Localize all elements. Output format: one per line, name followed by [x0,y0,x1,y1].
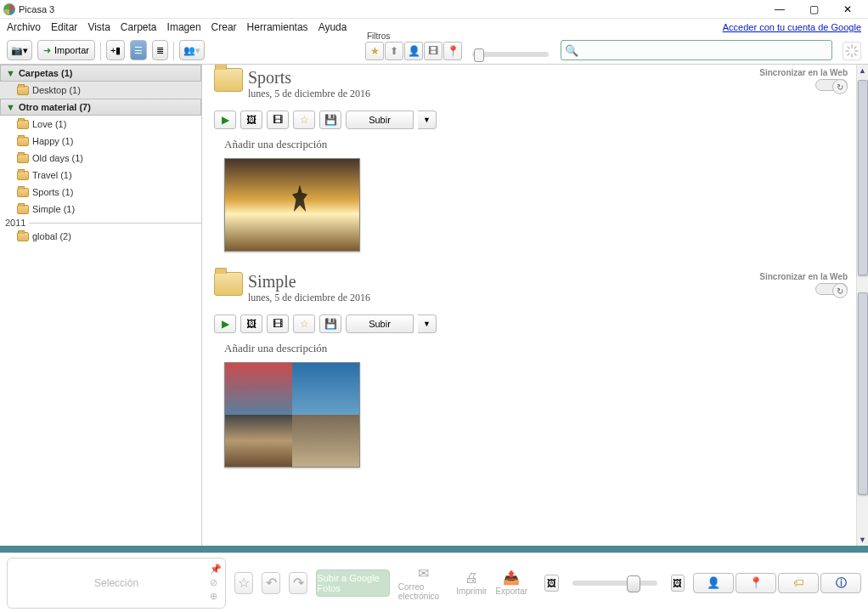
movie-button[interactable]: 🎞 [267,314,289,333]
sidebar-item-love[interactable]: Love (1) [0,116,201,133]
pin-icon[interactable]: 📌 [210,564,222,575]
menu-imagen[interactable]: Imagen [167,21,201,33]
play-slideshow-button[interactable]: ▶ [214,110,236,129]
filter-star-icon[interactable]: ★ [365,42,384,60]
sync-toggle[interactable] [815,283,848,295]
add-folder-button[interactable]: +▮ [106,40,125,60]
sidebar-item-label: Sports (1) [32,187,73,197]
zoom-small-icon[interactable]: 🖼 [544,575,558,592]
sidebar-splitter[interactable] [199,65,201,546]
google-login-link[interactable]: Acceder con tu cuenta de Google [723,22,861,32]
menu-archivo[interactable]: Archivo [7,21,41,33]
svg-line-7 [848,54,849,55]
sidebar-header-carpetas[interactable]: ▼ Carpetas (1) [0,65,201,82]
import-arrow-icon: ➜ [43,45,51,56]
menu-editar[interactable]: Editar [51,21,77,33]
export-icon: 📤 [503,570,520,586]
star-button[interactable]: ☆ [293,110,315,129]
rotate-left-button[interactable]: ↶ [262,572,280,594]
collage-button[interactable]: 🖼 [240,110,262,129]
album-date: lunes, 5 de diciembre de 2016 [248,88,370,100]
upload-button[interactable]: Subir [346,314,414,333]
bottom-bar: Selección 📌 ⊘ ⊕ ☆ ↶ ↷ Subir a Google Fot… [0,552,868,612]
sidebar-item-sports[interactable]: Sports (1) [0,184,201,201]
menu-crear[interactable]: Crear [211,21,237,33]
tags-panel-button[interactable]: 🏷 [778,573,819,593]
sync-toggle[interactable] [815,79,848,91]
selection-label: Selección [94,577,138,589]
scrollbar-thumb[interactable] [858,292,868,495]
sidebar-item-happy[interactable]: Happy (1) [0,133,201,150]
scroll-down-icon[interactable]: ▼ [857,534,868,546]
minimize-button[interactable]: — [763,1,797,18]
zoom-slider[interactable] [572,581,657,586]
album-description-input[interactable]: Añadir una descripción [224,342,848,355]
filter-geo-icon[interactable]: 📍 [443,42,462,60]
filter-face-icon[interactable]: 👤 [404,42,423,60]
sidebar-item-label: Desktop (1) [32,85,81,95]
disk-button[interactable]: 💾 [319,314,341,333]
places-panel-button[interactable]: 📍 [736,573,776,593]
sidebar-item-simple[interactable]: Simple (1) [0,201,201,218]
zoom-large-icon[interactable]: 🖼 [671,575,685,592]
camera-icon[interactable]: 📷▾ [7,40,32,60]
clear-icon[interactable]: ⊘ [210,577,222,588]
people-panel-button[interactable]: 👤 [693,573,734,593]
view-list-button[interactable]: ☰ [130,40,147,60]
main-area: ▼ Carpetas (1) Desktop (1) ▼ Otro materi… [0,65,868,546]
filters-label: Filtros [367,31,390,41]
disk-button[interactable]: 💾 [319,110,341,129]
add-icon[interactable]: ⊕ [210,591,222,602]
print-button[interactable]: 🖨Imprimir [456,570,487,596]
filter-movie-icon[interactable]: 🎞 [424,42,442,60]
sidebar-item-global[interactable]: global (2) [0,228,201,245]
star-button[interactable]: ☆ [234,572,253,594]
search-box[interactable]: 🔍 [561,40,832,60]
people-button[interactable]: 👥▾ [179,40,205,60]
chevron-down-icon: ▼ [6,102,15,112]
search-input[interactable] [582,44,828,56]
close-button[interactable]: ✕ [831,1,865,18]
collage-button[interactable]: 🖼 [240,314,262,333]
folder-icon [17,137,29,146]
star-button[interactable]: ☆ [293,314,315,333]
menu-herramientas[interactable]: Herramientas [247,21,308,33]
photo-thumbnail[interactable] [224,158,360,252]
filters-group: Filtros ★ ⬆ 👤 🎞 📍 [365,31,462,60]
upload-button[interactable]: Subir [346,110,414,129]
upload-dropdown[interactable]: ▼ [418,314,437,333]
email-button[interactable]: ✉Correo electrónico [398,565,448,601]
svg-line-8 [854,47,856,48]
info-panel-button[interactable]: ⓘ [820,573,861,593]
folder-icon [17,86,29,95]
sidebar-item-desktop[interactable]: Desktop (1) [0,82,201,99]
selection-tray[interactable]: Selección 📌 ⊘ ⊕ [7,558,226,609]
maximize-button[interactable]: ▢ [797,1,831,18]
menu-ayuda[interactable]: Ayuda [318,21,347,33]
export-button[interactable]: 📤Exportar [495,570,527,596]
filter-slider[interactable] [472,52,549,57]
filter-upload-icon[interactable]: ⬆ [385,42,403,60]
folder-icon [17,205,29,214]
upload-dropdown[interactable]: ▼ [418,110,437,129]
photo-thumbnail[interactable] [224,362,360,468]
album-description-input[interactable]: Añadir una descripción [224,138,848,151]
movie-button[interactable]: 🎞 [267,110,289,129]
scroll-up-icon[interactable]: ▲ [857,65,868,76]
sidebar-item-olddays[interactable]: Old days (1) [0,150,201,167]
rotate-right-button[interactable]: ↷ [289,572,307,594]
content-scrollbar[interactable]: ▲ ▼ [856,65,868,546]
window-title: Picasa 3 [19,4,54,14]
sidebar-item-travel[interactable]: Travel (1) [0,167,201,184]
upload-google-button[interactable]: Subir a Google Fotos [316,570,389,597]
view-tree-button[interactable]: ≣ [152,40,168,60]
play-slideshow-button[interactable]: ▶ [214,314,236,333]
import-button[interactable]: ➜Importar [37,40,95,60]
scrollbar-thumb[interactable] [858,80,868,275]
sidebar-item-label: Love (1) [32,119,66,129]
sidebar-header-otro[interactable]: ▼ Otro material (7) [0,99,201,116]
menu-vista[interactable]: Vista [87,21,110,33]
menu-carpeta[interactable]: Carpeta [121,21,157,33]
content-area: Sports lunes, 5 de diciembre de 2016 Sin… [202,65,868,546]
sidebar-item-label: Simple (1) [32,204,75,214]
